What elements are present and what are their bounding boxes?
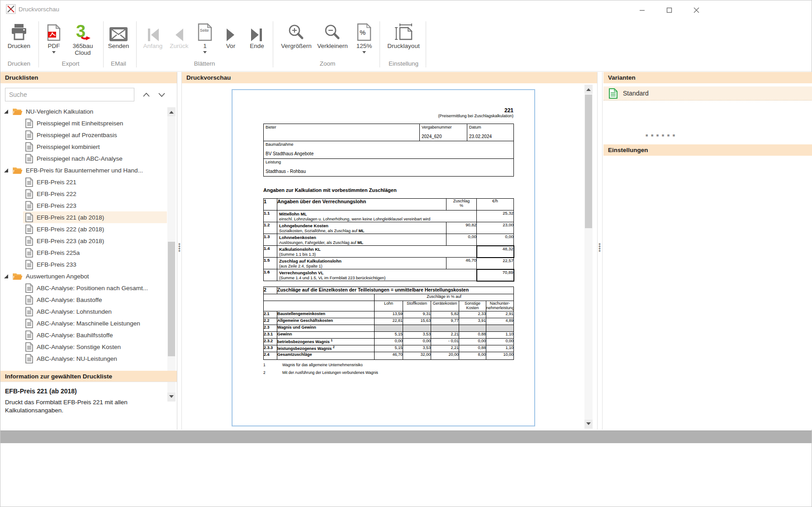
tree-item[interactable]: ABC-Analyse: Sonstige Kosten — [0, 341, 167, 353]
variant-item-standard[interactable]: Standard — [603, 86, 812, 100]
pdf-export-button[interactable]: PDF — [42, 21, 66, 55]
pdf-dropdown-arrow[interactable] — [52, 51, 56, 55]
expander-triangle-icon[interactable] — [4, 274, 9, 278]
variant-label: Standard — [623, 90, 649, 97]
form-table1: 1Angaben über den VerrechnungslohnZuschl… — [263, 198, 514, 282]
preview-panel: Druckvorschau 221 (Preisermittlung bei Z… — [181, 72, 598, 430]
group-label-zoom: Zoom — [279, 60, 376, 67]
document-icon — [25, 236, 33, 246]
last-page-button[interactable]: Ende — [247, 21, 267, 49]
tree-item[interactable]: EFB-Preis 233 — [0, 258, 167, 270]
print-layout-icon — [384, 21, 423, 41]
scroll-down-button[interactable] — [584, 420, 593, 429]
form-footnote: 1Wagnis für das allgemeine Unternehmensr… — [263, 363, 513, 367]
preview-scrollbar-thumb[interactable] — [585, 95, 592, 228]
tree-folder[interactable]: EFB-Preis für Bauunternehmer und Hand... — [0, 164, 167, 176]
tree-item-label: Preisspiegel kombiniert — [37, 143, 100, 150]
tree-item-label: ABC-Analyse: Maschinelle Leistungen — [37, 320, 140, 327]
form-table2-row: 2.4Gesamtzuschläge46,7032,0020,008,0010,… — [264, 352, 514, 360]
form-table1-row: 1.5Zuschlag auf Kalkulationslohn(aus Zei… — [264, 258, 514, 269]
form-table2-row: 2.3.3leistungsbezogenes Wagnis 25,153,53… — [264, 345, 514, 352]
tree-item[interactable]: EFB-Preis 221 (ab 2018) — [0, 211, 167, 223]
scroll-up-button[interactable] — [584, 85, 593, 94]
document-icon — [25, 142, 33, 152]
zoom-out-button[interactable]: Verkleinern — [315, 21, 350, 49]
document-icon — [25, 213, 33, 222]
form-table2-row: 2.3.1Gewinn5,153,532,210,881,10 — [264, 332, 514, 339]
tree-item[interactable]: Preisspiegel nach ABC-Analyse — [0, 153, 167, 164]
tree-item[interactable]: EFB-Preis 223 — [0, 200, 167, 211]
zoom-level-button[interactable]: % 125% — [352, 21, 376, 55]
tree-item[interactable]: ABC-Analyse: NU-Leistungen — [0, 353, 167, 364]
expander-triangle-icon[interactable] — [4, 110, 9, 114]
tree-item[interactable]: EFB-Preis 223 (ab 2018) — [0, 235, 167, 247]
search-previous-button[interactable] — [140, 89, 152, 100]
percent-page-icon: % — [352, 21, 376, 41]
panel-splitter[interactable]: ●●●● — [598, 243, 601, 252]
365bau-cloud-icon: 3 — [67, 21, 98, 41]
tree-scrollbar-thumb[interactable] — [168, 242, 175, 356]
svg-text:Seite: Seite — [200, 28, 209, 33]
group-label-email: EMail — [106, 60, 131, 67]
365bau-cloud-button[interactable]: 3 365bau Cloud — [67, 21, 98, 56]
tree-item[interactable]: ABC-Analyse: Maschinelle Leistungen — [0, 317, 167, 329]
tree-item[interactable]: EFB-Preis 221 — [0, 176, 167, 188]
document-icon — [25, 330, 33, 340]
form-table1-row: 1.6Verrechnungslohn VL(Summe 1.4 und 1.5… — [264, 269, 514, 281]
tree-item[interactable]: EFB-Preis 222 (ab 2018) — [0, 223, 167, 235]
zoom-out-icon — [315, 21, 350, 41]
tree-item[interactable]: EFB-Preis 225a — [0, 247, 167, 258]
page-number-button[interactable]: Seite 1 — [194, 21, 216, 55]
form-cell-leistung: LeistungStadthaus - Rohbau — [264, 159, 514, 177]
tree-scrollbar[interactable] — [167, 107, 176, 402]
tree-folder[interactable]: NU-Vergleich Kalkulation — [0, 105, 167, 117]
form-cell-datum: Datum23.02.2024 — [467, 124, 514, 141]
tree-item[interactable]: ABC-Analyse: Baustoffe — [0, 294, 167, 306]
search-next-button[interactable] — [155, 89, 168, 100]
tree-item-label: EFB-Preis 223 — [37, 202, 76, 209]
tree-folder[interactable]: Auswertungen Angebot — [0, 270, 167, 282]
varianten-header: Varianten — [603, 72, 812, 83]
document-icon — [25, 248, 33, 258]
skip-to-end-icon — [247, 21, 267, 41]
tree-item[interactable]: ABC-Analyse: Positionen nach Gesamt... — [0, 282, 167, 294]
search-input[interactable] — [5, 88, 134, 101]
tree-item[interactable]: Preisspiegel auf Prozentbasis — [0, 129, 167, 141]
send-button[interactable]: Senden — [106, 21, 131, 49]
document-icon — [25, 225, 33, 234]
tree-item-label: Preisspiegel nach ABC-Analyse — [37, 155, 123, 162]
tree-item-label: EFB-Preis 221 (ab 2018) — [37, 214, 104, 221]
scroll-up-button[interactable] — [167, 107, 176, 116]
print-layout-button[interactable]: Drucklayout — [384, 21, 423, 49]
form-header-table-grid: BieterVergabenummer2024_620Datum23.02.20… — [263, 124, 514, 177]
tree-item[interactable]: ABC-Analyse: Bauhilfsstoffe — [0, 329, 167, 341]
zoom-dropdown-arrow[interactable] — [362, 51, 366, 55]
print-button[interactable]: Drucken — [4, 21, 34, 49]
toolbar-divider — [0, 71, 812, 72]
page-number-value: 1 — [194, 43, 216, 49]
minimize-button[interactable] — [633, 4, 651, 16]
expander-triangle-icon[interactable] — [4, 168, 9, 172]
tree-item[interactable]: ABC-Analyse: Lohnstunden — [0, 306, 167, 317]
form-table2-row: 2.3Wagnis und Gewinn — [264, 325, 514, 332]
preview-scrollbar[interactable] — [584, 85, 593, 429]
page-dropdown-arrow[interactable] — [203, 51, 207, 55]
tree-item[interactable]: Preisspiegel kombiniert — [0, 141, 167, 153]
tree-item-label: EFB-Preis 222 — [37, 191, 76, 197]
form-table2: 2Zuschläge auf die Einzelkosten der Teil… — [263, 287, 514, 360]
tree-item[interactable]: Preisspiegel mit Einheitspreisen — [0, 117, 167, 129]
printer-icon — [4, 21, 34, 41]
tree-item[interactable]: EFB-Preis 222 — [0, 188, 167, 200]
close-button[interactable] — [687, 4, 705, 16]
next-page-button[interactable]: Vor — [221, 21, 240, 49]
previous-page-button: Zurück — [167, 21, 191, 49]
zoom-in-button[interactable]: Vergrößern — [279, 21, 313, 49]
panel-splitter[interactable]: ●●●● — [178, 243, 181, 252]
first-page-button: Anfang — [142, 21, 164, 49]
tree-item-label: ABC-Analyse: Bauhilfsstoffe — [37, 332, 113, 339]
tree-item-label: EFB-Preis 223 (ab 2018) — [37, 238, 104, 244]
window-title: Druckvorschau — [19, 6, 59, 13]
section-splitter[interactable]: ■ ■ ■ ■ ■ ■ — [646, 133, 676, 138]
maximize-button[interactable] — [660, 4, 678, 16]
toolbar-separator — [103, 21, 104, 67]
